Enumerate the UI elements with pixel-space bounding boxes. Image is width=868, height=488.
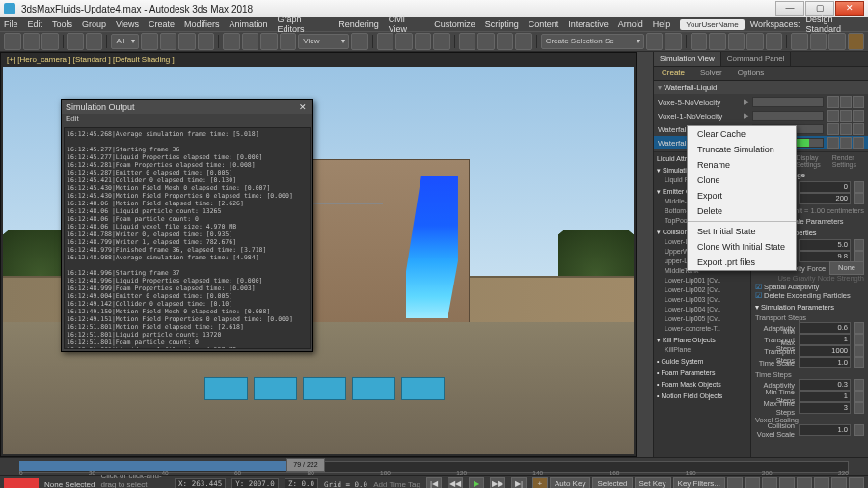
transport-timescale-input[interactable]: 1.0 bbox=[799, 357, 851, 368]
toolbar-button[interactable] bbox=[178, 33, 196, 50]
transport-min-input[interactable]: 1 bbox=[799, 334, 851, 345]
menu-item[interactable]: Rendering bbox=[339, 19, 379, 29]
nav-button[interactable] bbox=[797, 477, 812, 488]
toolbar-button[interactable] bbox=[646, 33, 664, 50]
selection-filter-dropdown[interactable]: All bbox=[111, 34, 139, 49]
timestep-min-input[interactable]: 1 bbox=[799, 391, 851, 402]
move-button[interactable] bbox=[223, 33, 240, 50]
named-selection-dropdown[interactable]: Create Selection Se bbox=[541, 34, 644, 49]
next-frame-button[interactable]: ▶▶ bbox=[490, 477, 505, 488]
menu-item[interactable]: Edit bbox=[28, 19, 43, 29]
toolbar-button[interactable] bbox=[746, 33, 764, 50]
menu-item[interactable]: Create bbox=[149, 19, 175, 29]
menu-item[interactable]: Group bbox=[82, 19, 106, 29]
toolbar-button[interactable] bbox=[728, 33, 746, 50]
toolbar-button[interactable] bbox=[709, 33, 726, 50]
user-badge[interactable]: YourUserName bbox=[680, 19, 744, 30]
menu-item[interactable]: Views bbox=[116, 19, 139, 29]
toolbar-button[interactable] bbox=[351, 33, 368, 50]
collision-voxel-input[interactable]: 1.0 bbox=[799, 424, 851, 436]
end-frame-input[interactable]: 200 bbox=[799, 193, 851, 204]
context-menu-item[interactable]: Set Initial State bbox=[688, 224, 796, 239]
toolbar-button[interactable] bbox=[665, 33, 682, 50]
spinner-icon[interactable] bbox=[854, 357, 864, 368]
coord-x[interactable]: X: 263.445 bbox=[175, 478, 226, 488]
viewport[interactable]: [+] [Hero_camera ] [Standard ] [Default … bbox=[0, 52, 637, 457]
transport-adapt-input[interactable]: 0.6 bbox=[799, 322, 851, 334]
sim-output-edit-menu[interactable]: Edit bbox=[62, 114, 312, 125]
menu-item[interactable]: Interactive bbox=[568, 19, 609, 29]
spinner-icon[interactable] bbox=[854, 379, 864, 391]
toolbar-button[interactable] bbox=[766, 33, 783, 50]
toolbar-button[interactable] bbox=[41, 33, 59, 50]
rotate-button[interactable] bbox=[242, 33, 259, 50]
toolbar-button[interactable] bbox=[4, 33, 21, 50]
context-menu-item[interactable]: Clear Cache bbox=[688, 126, 796, 142]
spinner-icon[interactable] bbox=[854, 391, 864, 402]
spinner-icon[interactable] bbox=[854, 402, 864, 414]
tab-render-settings[interactable]: Render Settings bbox=[832, 154, 864, 168]
toolbar-button[interactable] bbox=[477, 33, 495, 50]
scale-button[interactable] bbox=[260, 33, 278, 50]
goto-end-button[interactable]: ▶| bbox=[511, 477, 527, 488]
delete-exceeding-checkbox[interactable]: Delete Exceeding Particles bbox=[755, 291, 864, 300]
ref-coord-dropdown[interactable]: View bbox=[298, 34, 349, 49]
transport-max-input[interactable]: 1000 bbox=[799, 345, 851, 357]
command-panel-icon-bar[interactable] bbox=[637, 52, 654, 457]
context-menu-item[interactable]: Clone With Initial State bbox=[688, 239, 796, 255]
rollout-header[interactable]: Waterfall-Liquid bbox=[654, 81, 868, 94]
context-menu-item[interactable]: Rename bbox=[688, 157, 796, 173]
spinner-icon[interactable] bbox=[854, 181, 864, 193]
play-button[interactable]: ▶ bbox=[469, 477, 484, 488]
tab-simulation-view[interactable]: Simulation View bbox=[654, 52, 721, 66]
menu-item[interactable]: Graph Editors bbox=[277, 14, 329, 34]
toolbar-button[interactable] bbox=[691, 33, 708, 50]
viewport-label[interactable]: [+] [Hero_camera ] [Standard ] [Default … bbox=[1, 53, 636, 70]
subtab-options[interactable]: Options bbox=[730, 67, 773, 80]
menu-item[interactable]: Content bbox=[529, 19, 559, 29]
spinner-icon[interactable] bbox=[854, 239, 864, 251]
nav-button[interactable] bbox=[814, 477, 829, 488]
add-time-tag[interactable]: Add Time Tag bbox=[373, 480, 420, 489]
nav-button[interactable] bbox=[779, 477, 795, 488]
toolbar-button[interactable] bbox=[459, 33, 476, 50]
timestep-adapt-input[interactable]: 0.3 bbox=[799, 379, 851, 391]
menu-item[interactable]: Customize bbox=[434, 19, 475, 29]
nav-button[interactable] bbox=[727, 477, 743, 488]
maxscript-listener[interactable] bbox=[4, 478, 39, 488]
menu-item[interactable]: Modifiers bbox=[184, 19, 220, 29]
coord-y[interactable]: Y: 2007.0 bbox=[231, 478, 279, 488]
subtab-create[interactable]: Create bbox=[654, 67, 692, 80]
spinner-icon[interactable] bbox=[854, 424, 864, 436]
toolbar-button[interactable] bbox=[160, 33, 177, 50]
toolbar-button[interactable] bbox=[791, 33, 808, 50]
simulation-output-window[interactable]: Simulation Output ✕ Edit 16:12:45.268|Av… bbox=[61, 99, 313, 352]
workspace-dropdown[interactable]: Design Standard bbox=[806, 14, 864, 34]
toolbar-button[interactable] bbox=[86, 33, 103, 50]
prev-frame-button[interactable]: ◀◀ bbox=[448, 477, 463, 488]
context-menu-item[interactable]: Clone bbox=[688, 173, 796, 188]
key-filters-button[interactable]: Key Filters... bbox=[673, 477, 725, 488]
spinner-icon[interactable] bbox=[854, 334, 864, 345]
master-voxel-input[interactable]: 5.0 bbox=[799, 239, 851, 251]
menu-item[interactable]: File bbox=[4, 19, 18, 29]
coord-z[interactable]: Z: 0.0 bbox=[285, 478, 318, 488]
gravity-force-button[interactable]: None bbox=[829, 261, 864, 275]
nav-button[interactable] bbox=[762, 477, 777, 488]
toolbar-button[interactable] bbox=[828, 33, 846, 50]
timeline[interactable]: 79 / 222 020406080100120140160180200220 bbox=[0, 457, 868, 475]
context-menu-item[interactable]: Truncate Simulation bbox=[688, 142, 796, 157]
context-menu-item[interactable]: Export .prt files bbox=[688, 255, 796, 270]
solver-row[interactable]: Voxe-5-NoVelocity▶ bbox=[654, 95, 868, 109]
context-menu-item[interactable]: Export bbox=[688, 188, 796, 203]
toolbar-button[interactable] bbox=[23, 33, 41, 50]
spinner-icon[interactable] bbox=[854, 322, 864, 334]
spinner-icon[interactable] bbox=[854, 193, 864, 204]
subtab-solver[interactable]: Solver bbox=[692, 67, 730, 80]
nav-button[interactable] bbox=[831, 477, 847, 488]
spatial-adaptivity-checkbox[interactable]: Spatial Adaptivity bbox=[755, 283, 864, 291]
rollout-sim-params[interactable]: Simulation Parameters bbox=[755, 303, 864, 312]
toolbar-button[interactable] bbox=[415, 33, 432, 50]
menu-item[interactable]: Help bbox=[653, 19, 671, 29]
toolbar-button[interactable] bbox=[515, 33, 532, 50]
